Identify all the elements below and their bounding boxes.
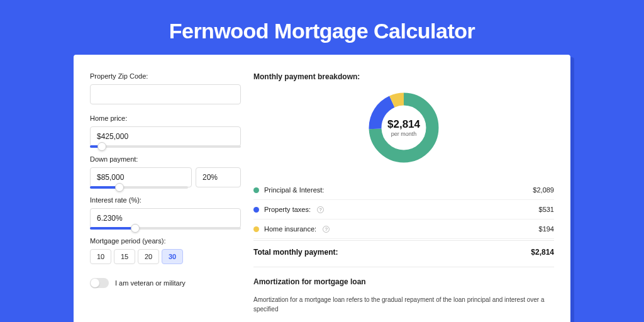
period-label: Mortgage period (years):: [90, 237, 241, 245]
down-payment-input[interactable]: [90, 167, 192, 187]
info-icon[interactable]: ?: [323, 226, 330, 233]
donut-chart-wrap: $2,814 per month: [253, 90, 554, 165]
period-btn-30[interactable]: 30: [162, 249, 183, 264]
veteran-row: I am veteran or military: [90, 278, 241, 288]
down-payment-group: Down payment:: [90, 155, 241, 189]
info-icon[interactable]: ?: [317, 206, 324, 213]
interest-label: Interest rate (%):: [90, 196, 241, 204]
legend-left-taxes: Property taxes: ?: [253, 206, 324, 213]
zip-input[interactable]: [90, 84, 241, 104]
donut-sub: per month: [391, 131, 417, 137]
period-row: 10 15 20 30: [90, 249, 241, 264]
veteran-toggle-knob: [91, 279, 99, 287]
amortization-section: Amortization for mortgage loan Amortizat…: [253, 267, 554, 314]
period-btn-20[interactable]: 20: [138, 249, 159, 264]
total-row: Total monthly payment: $2,814: [253, 240, 554, 267]
breakdown-column: Monthly payment breakdown: $2,814 per mo…: [253, 72, 554, 322]
inputs-column: Property Zip Code: Home price: Down paym…: [90, 72, 241, 322]
veteran-toggle[interactable]: [90, 278, 109, 288]
legend-row-taxes: Property taxes: ? $531: [253, 200, 554, 219]
veteran-label: I am veteran or military: [115, 279, 186, 287]
legend-value-insurance: $194: [539, 225, 554, 233]
legend-dot-insurance: [253, 226, 259, 232]
interest-input[interactable]: [90, 208, 241, 228]
home-price-slider-thumb[interactable]: [97, 142, 106, 151]
calculator-card-wrap: Property Zip Code: Home price: Down paym…: [74, 55, 570, 322]
calculator-card: Property Zip Code: Home price: Down paym…: [74, 55, 570, 322]
legend-dot-taxes: [253, 207, 259, 213]
home-price-slider[interactable]: [90, 145, 241, 148]
home-price-group: Home price:: [90, 114, 241, 148]
legend-row-principal: Principal & Interest: $2,089: [253, 180, 554, 200]
legend-value-taxes: $531: [539, 206, 554, 213]
breakdown-title: Monthly payment breakdown:: [253, 72, 554, 81]
interest-slider-fill: [90, 227, 135, 230]
amortization-text: Amortization for a mortgage loan refers …: [253, 295, 554, 314]
legend-row-insurance: Home insurance: ? $194: [253, 219, 554, 239]
home-price-input[interactable]: [90, 126, 241, 147]
home-price-label: Home price:: [90, 114, 241, 122]
legend-label-insurance: Home insurance:: [264, 225, 316, 233]
period-group: Mortgage period (years): 10 15 20 30: [90, 237, 241, 264]
donut-center: $2,814 per month: [366, 90, 441, 165]
donut-chart: $2,814 per month: [366, 90, 441, 165]
zip-group: Property Zip Code:: [90, 72, 241, 104]
amortization-title: Amortization for mortgage loan: [253, 277, 554, 286]
zip-label: Property Zip Code:: [90, 72, 241, 80]
donut-amount: $2,814: [387, 118, 420, 131]
legend-left-principal: Principal & Interest:: [253, 186, 324, 194]
period-btn-10[interactable]: 10: [90, 249, 111, 264]
page-title: Fernwood Mortgage Calculator: [0, 0, 644, 55]
down-payment-slider-thumb[interactable]: [115, 183, 124, 192]
down-payment-row: [90, 167, 241, 187]
legend-dot-principal: [253, 187, 259, 193]
total-value: $2,814: [531, 248, 554, 257]
legend-left-insurance: Home insurance: ?: [253, 225, 330, 233]
legend-label-principal: Principal & Interest:: [264, 186, 324, 194]
interest-slider-thumb[interactable]: [131, 224, 140, 233]
down-payment-label: Down payment:: [90, 155, 241, 163]
legend-label-taxes: Property taxes:: [264, 206, 311, 213]
period-btn-15[interactable]: 15: [114, 249, 135, 264]
total-label: Total monthly payment:: [253, 248, 338, 257]
down-payment-slider[interactable]: [90, 186, 188, 189]
down-payment-pct-input[interactable]: [196, 167, 241, 187]
interest-slider[interactable]: [90, 227, 241, 230]
legend-value-principal: $2,089: [533, 186, 554, 194]
interest-group: Interest rate (%):: [90, 196, 241, 230]
